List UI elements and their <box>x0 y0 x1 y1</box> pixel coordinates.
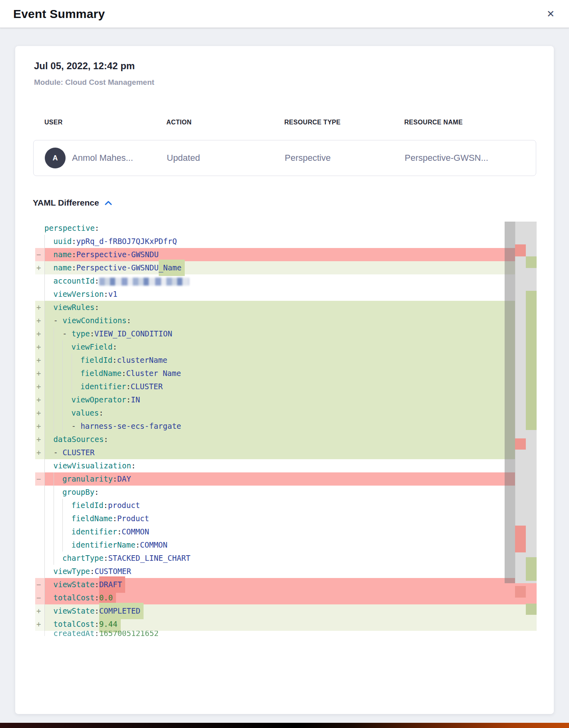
audit-table-header: USER ACTION RESOURCE TYPE RESOURCE NAME <box>33 119 536 126</box>
diff-gutter-sign <box>35 499 44 512</box>
minimap-removed-mark <box>515 244 526 256</box>
diff-line: +viewField: <box>35 340 537 354</box>
diff-line: +viewOperator: IN <box>35 393 537 406</box>
diff-gutter-sign: + <box>35 327 44 340</box>
diff-line: +fieldName: Cluster Name <box>35 367 537 380</box>
diff-gutter-sign: + <box>35 393 44 406</box>
diff-line: +totalCost: 9.44 <box>35 618 537 631</box>
diff-line: +fieldId: clusterName <box>35 354 537 367</box>
diff-gutter-sign: − <box>35 248 44 261</box>
diff-gutter-sign <box>35 274 44 288</box>
diff-gutter-sign: + <box>35 406 44 420</box>
minimap-added-mark <box>526 256 537 268</box>
yaml-difference-label: YAML Difference <box>33 198 99 208</box>
diff-line: accountId: <box>35 274 537 288</box>
user-cell: A Anmol Mahes... <box>45 148 167 168</box>
diff-gutter-sign: + <box>35 420 44 433</box>
page-title: Event Summary <box>13 7 105 21</box>
diff-line: +- type: VIEW_ID_CONDITION <box>35 327 537 340</box>
diff-gutter-sign: + <box>35 433 44 446</box>
col-resource-name: RESOURCE NAME <box>404 119 536 126</box>
diff-line: +values: <box>35 406 537 420</box>
diff-gutter-sign <box>35 459 44 472</box>
diff-gutter-sign <box>35 631 44 636</box>
diff-gutter-sign: + <box>35 354 44 367</box>
diff-line: +dataSources: <box>35 433 537 446</box>
diff-gutter-sign: − <box>35 578 44 591</box>
diff-gutter-sign <box>35 525 44 538</box>
diff-gutter-sign <box>35 235 44 248</box>
avatar: A <box>45 148 66 168</box>
modal-header: Event Summary ✕ <box>0 0 569 28</box>
diff-gutter-sign: + <box>35 446 44 459</box>
minimap-added-mark <box>526 557 537 581</box>
diff-lines: perspective: uuid: ypRq_d-fRBOJ7QJKxPDfr… <box>35 222 537 636</box>
diff-line: createdAt: 1657005121652 <box>35 631 537 636</box>
diff-gutter-sign <box>35 288 44 301</box>
bottom-edge-bar <box>0 723 569 728</box>
action-cell: Updated <box>167 153 285 163</box>
diff-line: identifierName: COMMON <box>35 538 537 552</box>
col-action: ACTION <box>166 119 284 126</box>
diff-gutter-sign: + <box>35 340 44 354</box>
col-resource-type: RESOURCE TYPE <box>284 119 404 126</box>
diff-line: +- viewConditions: <box>35 314 537 327</box>
diff-gutter-sign <box>35 486 44 499</box>
diff-line: viewVisualization: <box>35 459 537 472</box>
table-row: A Anmol Mahes... Updated Perspective Per… <box>33 140 536 176</box>
diff-gutter-sign: + <box>35 367 44 380</box>
diff-gutter-sign: + <box>35 380 44 393</box>
diff-line: fieldName: Product <box>35 512 537 525</box>
minimap-removed-mark <box>515 438 526 450</box>
diff-gutter-sign: − <box>35 591 44 604</box>
diff-gutter-sign: + <box>35 618 44 631</box>
diff-line: chartType: STACKED_LINE_CHART <box>35 552 537 565</box>
minimap-added-mark <box>526 604 537 615</box>
minimap-added-mark <box>526 291 537 430</box>
minimap-removed-mark <box>515 586 526 598</box>
diff-gutter-sign: + <box>35 261 44 274</box>
diff-gutter-sign <box>35 565 44 578</box>
diff-line: +identifier: CLUSTER <box>35 380 537 393</box>
user-name: Anmol Mahes... <box>72 153 133 163</box>
diff-line: +name: Perspective-GWSNDU_Name <box>35 261 537 274</box>
diff-gutter-sign <box>35 512 44 525</box>
diff-line: groupBy: <box>35 486 537 499</box>
diff-line: +viewRules: <box>35 301 537 314</box>
event-summary-card: Jul 05, 2022, 12:42 pm Module: Cloud Cos… <box>15 46 554 714</box>
diff-line: uuid: ypRq_d-fRBOJ7QJKxPDfrQ <box>35 235 537 248</box>
diff-gutter-sign: + <box>35 604 44 618</box>
event-date: Jul 05, 2022, 12:42 pm <box>34 60 135 72</box>
event-module: Module: Cloud Cost Management <box>34 78 154 87</box>
diff-line: viewVersion: v1 <box>35 288 537 301</box>
diff-gutter-sign: − <box>35 472 44 486</box>
diff-line: perspective: <box>35 222 537 235</box>
diff-line: −granularity: DAY <box>35 472 537 486</box>
minimap-removed-mark <box>515 526 526 552</box>
yaml-diff-code: perspective: uuid: ypRq_d-fRBOJ7QJKxPDfr… <box>35 222 537 636</box>
diff-gutter-sign <box>35 552 44 565</box>
diff-gutter-sign: + <box>35 314 44 327</box>
diff-gutter-sign: + <box>35 301 44 314</box>
diff-gutter-sign <box>35 222 44 235</box>
close-icon[interactable]: ✕ <box>547 9 555 19</box>
resource-type-cell: Perspective <box>285 153 405 163</box>
diff-line: fieldId: product <box>35 499 537 512</box>
yaml-difference-section: YAML Difference <box>33 198 112 208</box>
diff-line: +- harness-se-ecs-fargate <box>35 420 537 433</box>
chevron-up-icon[interactable] <box>105 200 112 206</box>
col-user: USER <box>44 119 166 126</box>
diff-line: +- CLUSTER <box>35 446 537 459</box>
diff-line: identifier: COMMON <box>35 525 537 538</box>
diff-gutter-sign <box>35 538 44 552</box>
diff-line: −name: Perspective-GWSNDU <box>35 248 537 261</box>
resource-name-cell: Perspective-GWSN... <box>405 153 536 163</box>
redacted-value <box>99 278 189 286</box>
scrollbar-thumb[interactable] <box>505 222 515 583</box>
